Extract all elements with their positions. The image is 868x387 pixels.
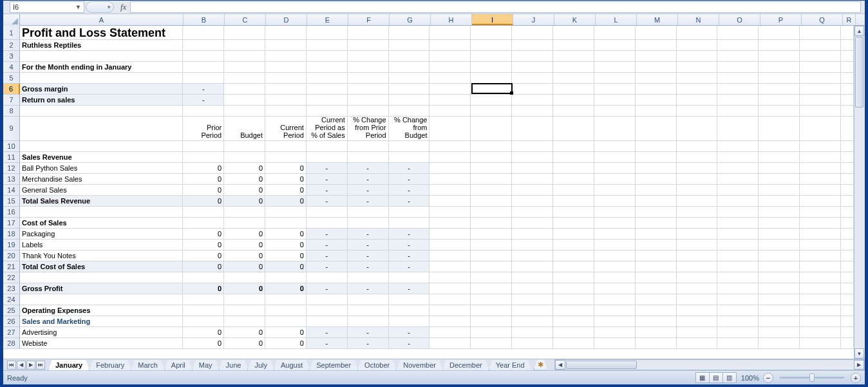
cell[interactable] — [512, 229, 553, 240]
cell[interactable] — [636, 283, 677, 294]
cell[interactable] — [717, 152, 759, 163]
column-header-I[interactable]: I — [472, 14, 513, 25]
cell[interactable] — [183, 62, 224, 73]
cell[interactable] — [800, 250, 841, 261]
cell[interactable]: 0 — [265, 327, 307, 338]
cell[interactable]: 0 — [265, 240, 307, 250]
column-header-H[interactable]: H — [431, 14, 472, 25]
cell[interactable] — [307, 272, 348, 283]
cell[interactable] — [183, 40, 224, 51]
row-header[interactable]: 23 — [3, 283, 20, 294]
cell[interactable] — [636, 207, 677, 218]
cell[interactable] — [307, 152, 348, 163]
cell[interactable] — [471, 240, 512, 250]
cell[interactable] — [594, 327, 636, 338]
cell[interactable] — [594, 250, 636, 261]
cell[interactable] — [800, 141, 841, 152]
cell[interactable] — [677, 84, 718, 95]
cell[interactable] — [512, 152, 553, 163]
cell[interactable] — [471, 229, 512, 240]
cell[interactable] — [429, 163, 471, 174]
cell[interactable] — [553, 272, 594, 283]
tab-prev-icon[interactable]: ◀ — [17, 361, 26, 370]
cell[interactable] — [183, 152, 224, 163]
cell[interactable] — [759, 316, 800, 327]
cell[interactable] — [265, 106, 307, 117]
tab-next-icon[interactable]: ▶ — [26, 361, 35, 370]
scroll-thumb[interactable] — [855, 37, 863, 108]
cell[interactable]: - — [307, 196, 348, 207]
cell[interactable] — [677, 163, 718, 174]
cell[interactable]: 0 — [224, 327, 265, 338]
cell[interactable] — [841, 261, 854, 272]
sheet-tab[interactable]: January — [48, 360, 90, 371]
cell[interactable]: - — [389, 185, 430, 196]
cell[interactable] — [389, 106, 430, 117]
cell[interactable] — [553, 73, 594, 84]
cell[interactable] — [348, 218, 389, 229]
cell[interactable] — [800, 84, 841, 95]
cell[interactable] — [759, 26, 800, 40]
cell[interactable] — [759, 272, 800, 283]
cell[interactable]: - — [307, 261, 348, 272]
row-header[interactable]: 22 — [3, 272, 20, 283]
cell[interactable] — [265, 26, 307, 40]
cell[interactable]: - — [307, 338, 348, 349]
cell[interactable] — [677, 174, 718, 185]
cell[interactable] — [429, 95, 471, 106]
cell[interactable] — [800, 316, 841, 327]
cell[interactable]: Gross Profit — [20, 283, 183, 294]
cell[interactable] — [553, 218, 594, 229]
cell[interactable] — [759, 185, 800, 196]
cell[interactable]: - — [348, 185, 389, 196]
cell[interactable] — [759, 40, 800, 51]
cell[interactable] — [677, 40, 718, 51]
cell[interactable]: 0 — [183, 163, 224, 174]
cell[interactable] — [553, 294, 594, 305]
cell[interactable]: Profit and Loss Statement — [20, 26, 183, 40]
cell[interactable] — [677, 207, 718, 218]
cell[interactable] — [636, 261, 677, 272]
cell[interactable] — [841, 163, 854, 174]
cell[interactable] — [553, 229, 594, 240]
cell[interactable] — [429, 62, 471, 73]
cell[interactable] — [224, 218, 265, 229]
cell[interactable] — [265, 294, 307, 305]
cell[interactable] — [759, 141, 800, 152]
cell[interactable] — [429, 51, 471, 62]
cell[interactable] — [636, 250, 677, 261]
cell[interactable] — [429, 261, 471, 272]
cell[interactable]: Return on sales — [20, 95, 183, 106]
cell[interactable]: - — [348, 261, 389, 272]
row-header[interactable]: 14 — [3, 185, 20, 196]
cell[interactable] — [512, 40, 553, 51]
column-header-C[interactable]: C — [225, 14, 266, 25]
cell[interactable] — [553, 141, 594, 152]
cell[interactable] — [759, 261, 800, 272]
column-header-D[interactable]: D — [266, 14, 307, 25]
cell[interactable]: 0 — [183, 174, 224, 185]
cell[interactable] — [512, 84, 553, 95]
cell[interactable]: - — [307, 240, 348, 250]
cell[interactable] — [429, 84, 471, 95]
cell[interactable] — [512, 250, 553, 261]
cell[interactable] — [471, 294, 512, 305]
cell[interactable] — [677, 117, 718, 141]
cell[interactable] — [800, 163, 841, 174]
cell[interactable] — [429, 240, 471, 250]
row-header[interactable]: 7 — [3, 95, 20, 106]
sheet-tab[interactable]: November — [396, 360, 443, 371]
cell[interactable] — [348, 272, 389, 283]
cell[interactable] — [800, 305, 841, 316]
cell[interactable] — [759, 250, 800, 261]
cell[interactable] — [800, 117, 841, 141]
sheet-tab[interactable]: March — [131, 360, 165, 371]
cell[interactable] — [841, 141, 854, 152]
scroll-thumb[interactable] — [566, 361, 637, 369]
cell[interactable] — [841, 316, 854, 327]
sheet-tab[interactable]: December — [442, 360, 489, 371]
cell[interactable] — [841, 207, 854, 218]
cell[interactable] — [594, 174, 636, 185]
cell[interactable] — [553, 240, 594, 250]
cell[interactable] — [224, 152, 265, 163]
